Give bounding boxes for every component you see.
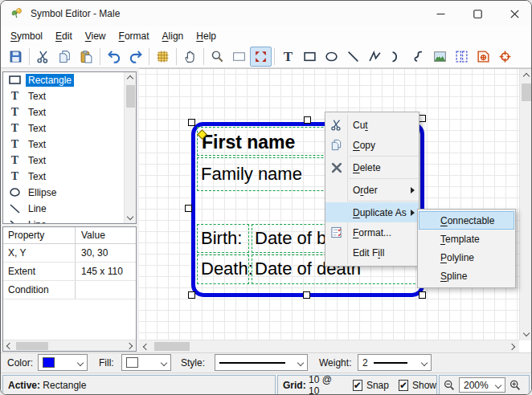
snap-checkbox[interactable]: ✔	[353, 380, 362, 391]
zoom-rect-button[interactable]	[228, 47, 250, 67]
property-row-extent[interactable]: Extent 145 x 110	[3, 263, 136, 281]
scroll-up-arrow[interactable]	[520, 71, 532, 81]
menu-view[interactable]: View	[79, 28, 113, 44]
list-item-text[interactable]: T Text	[3, 88, 136, 104]
scroll-thumb[interactable]	[16, 342, 48, 350]
close-button[interactable]	[496, 1, 532, 26]
list-vertical-scrollbar[interactable]	[124, 72, 136, 223]
handle-middle-left[interactable]	[185, 205, 192, 212]
weight-label: Weight:	[319, 357, 351, 369]
handle-top-right[interactable]	[419, 115, 426, 122]
arc-tool-icon	[390, 50, 403, 63]
context-menu-duplicate-as[interactable]: Duplicate As	[325, 202, 419, 222]
symbol-text-family-name[interactable]: Family name	[201, 165, 302, 183]
polyline-tool-button[interactable]	[364, 47, 386, 67]
grid-button[interactable]	[152, 47, 174, 67]
context-menu-edit-fill[interactable]: Edit Fill	[325, 242, 419, 263]
scroll-right-arrow[interactable]	[507, 341, 517, 352]
submenu-spline[interactable]: Spline	[419, 267, 514, 285]
line-tool-button[interactable]	[342, 47, 364, 67]
canvas-vertical-scrollbar[interactable]	[519, 69, 532, 340]
show-checkbox[interactable]: ✔	[399, 380, 408, 391]
undo-button[interactable]	[103, 47, 125, 67]
menu-separator	[349, 156, 419, 157]
list-item-text[interactable]: T Text	[3, 120, 136, 136]
zoom-in-icon[interactable]	[509, 379, 522, 392]
pan-button[interactable]	[179, 47, 201, 67]
minimize-button[interactable]	[422, 1, 459, 26]
list-item-text[interactable]: T Text	[3, 153, 136, 169]
context-menu-order[interactable]: Order	[325, 180, 419, 200]
style-dropdown[interactable]	[215, 354, 308, 371]
handle-top-left[interactable]	[188, 119, 195, 126]
scroll-thumb[interactable]	[126, 85, 135, 108]
canvas-horizontal-scrollbar[interactable]	[139, 340, 519, 352]
color-dropdown[interactable]	[38, 354, 88, 371]
spline-tool-button[interactable]	[407, 47, 429, 67]
scroll-right-arrow[interactable]	[125, 340, 134, 351]
ellipse-tool-button[interactable]	[321, 47, 342, 67]
handle-top-middle[interactable]	[304, 116, 311, 124]
scroll-thumb[interactable]	[522, 83, 531, 101]
rectangle-tool-button[interactable]	[299, 47, 321, 67]
scroll-up-arrow[interactable]	[125, 74, 136, 83]
submenu-polyline[interactable]: Polyline	[419, 248, 514, 267]
list-item-line[interactable]: Line	[3, 201, 136, 217]
format-icon	[325, 226, 347, 238]
image-tool-button[interactable]	[429, 47, 451, 67]
menu-symbol[interactable]: Symbol	[4, 28, 49, 44]
scroll-thumb[interactable]	[154, 342, 190, 351]
list-item-rectangle[interactable]: Rectangle	[3, 72, 136, 88]
symbol-text-birth-label[interactable]: Birth:	[201, 230, 242, 247]
scroll-down-arrow[interactable]	[520, 328, 532, 338]
weight-dropdown[interactable]: 2	[358, 354, 432, 371]
zoom-button[interactable]	[207, 47, 228, 67]
handle-bottom-middle[interactable]	[303, 291, 310, 299]
polyline-tool-icon	[368, 50, 382, 63]
property-row-condition[interactable]: Condition	[3, 281, 136, 299]
context-menu-cut[interactable]: Cut	[325, 115, 419, 135]
maximize-button[interactable]	[459, 1, 496, 26]
zoom-out-icon[interactable]	[443, 379, 456, 392]
list-item-ellipse[interactable]: Ellipse	[3, 185, 136, 201]
list-item-line[interactable]: Line	[3, 217, 136, 224]
list-item-text[interactable]: T Text	[3, 104, 136, 120]
target-point-button[interactable]	[494, 47, 516, 67]
handle-bottom-right[interactable]	[419, 291, 426, 299]
list-item-text[interactable]: T Text	[3, 136, 136, 153]
symbol-text-first-name[interactable]: First name	[202, 133, 295, 152]
property-horizontal-scrollbar[interactable]	[3, 340, 136, 351]
redo-button[interactable]	[125, 47, 146, 67]
toolbar-separator	[176, 48, 177, 65]
cut-button[interactable]	[32, 47, 54, 67]
handle-bottom-left[interactable]	[188, 291, 195, 299]
fill-dropdown[interactable]	[121, 354, 171, 371]
save-button[interactable]	[5, 47, 27, 67]
frames-tool-button[interactable]	[451, 47, 473, 67]
chevron-down-icon	[161, 359, 167, 365]
menu-align[interactable]: Align	[156, 28, 190, 44]
arc-tool-button[interactable]	[386, 47, 407, 67]
zoom-level-dropdown[interactable]: 200%	[459, 377, 505, 393]
submenu-template[interactable]: Template	[419, 230, 514, 248]
copy-button[interactable]	[54, 47, 76, 67]
text-tool-button[interactable]: T	[277, 47, 299, 67]
scroll-left-arrow[interactable]	[5, 340, 14, 351]
menu-format[interactable]: Format	[113, 28, 156, 44]
paste-button[interactable]	[76, 47, 97, 67]
menu-edit[interactable]: Edit	[49, 28, 79, 44]
submenu-connectable[interactable]: Connectable	[419, 211, 514, 230]
property-row-xy[interactable]: X, Y 30, 30	[3, 244, 136, 263]
scroll-left-arrow[interactable]	[141, 341, 151, 352]
minimize-icon	[436, 10, 445, 18]
context-menu-format[interactable]: Format...	[325, 222, 419, 242]
submenu-arrow-icon	[411, 210, 415, 216]
list-item-text[interactable]: T Text	[3, 169, 136, 185]
fit-view-button[interactable]	[250, 47, 272, 67]
context-menu-copy[interactable]: Copy	[325, 135, 419, 155]
menu-help[interactable]: Help	[190, 28, 223, 44]
scroll-down-arrow[interactable]	[125, 212, 136, 222]
connect-point-button[interactable]	[473, 47, 494, 67]
symbol-text-death-label[interactable]: Death:	[201, 260, 253, 278]
context-menu-delete[interactable]: Delete	[325, 157, 419, 177]
